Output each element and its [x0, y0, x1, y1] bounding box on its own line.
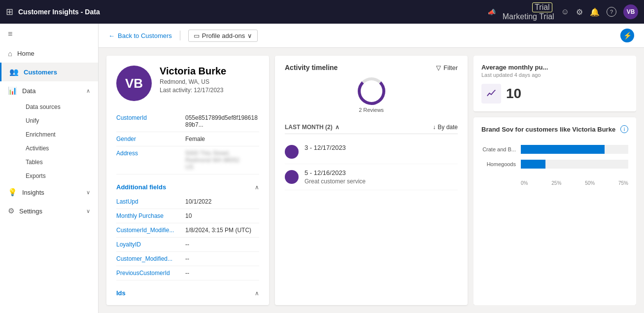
sidebar-item-data-sources[interactable]: Data sources — [20, 100, 98, 114]
field-label-address: Address — [116, 150, 180, 171]
content-area: ← Back to Customers ▭ Profile add-ons ∨ … — [99, 24, 644, 313]
whatsnew-icon[interactable]: 📣 — [488, 8, 496, 16]
field-label-customerid-modified: CustomerId_Modifie... — [116, 227, 180, 234]
field-label-gender: Gender — [116, 136, 180, 142]
field-row-loyaltyid: LoyaltyID -- — [116, 238, 259, 252]
sidebar-label-data-sources: Data sources — [26, 104, 61, 110]
field-value-gender: Female — [185, 136, 205, 142]
field-value-customerid: 055e8517899d5ef8f19861889b7... — [185, 114, 259, 128]
metric-card-subtitle: Last updated 4 days ago — [481, 72, 628, 78]
profile-addons-chevron-icon: ∨ — [247, 32, 252, 39]
metric-card-title: Average monthly pu... — [481, 64, 628, 71]
sidebar-item-activities[interactable]: Activities — [20, 141, 98, 155]
sidebar-item-insights[interactable]: 💡 Insights ∨ — [0, 183, 98, 202]
ids-collapse-icon[interactable]: ∧ — [255, 290, 259, 297]
settings-icon[interactable]: ⚙ — [576, 7, 583, 17]
metric-card: Average monthly pu... Last updated 4 day… — [474, 56, 636, 111]
back-to-customers-button[interactable]: ← Back to Customers — [108, 32, 172, 39]
filter-icon: ▽ — [436, 64, 441, 71]
trial-badge: Trial — [532, 2, 552, 12]
month-header: LAST MONTH (2) ∧ ↓ By date — [285, 121, 458, 134]
activity-dot-1 — [285, 170, 299, 184]
sidebar-label-activities: Activities — [26, 145, 49, 152]
customers-icon: 👥 — [9, 68, 19, 76]
profile-last-activity: Last activity: 12/17/2023 — [160, 87, 226, 94]
sidebar-item-home[interactable]: ⌂ Home — [0, 44, 98, 63]
activity-dot-0 — [285, 145, 299, 159]
ids-header: Ids ∧ — [116, 284, 259, 301]
filter-label: Filter — [443, 64, 458, 71]
activity-subtitle-1: Great customer service — [305, 178, 366, 185]
user-avatar[interactable]: VB — [623, 4, 638, 19]
insights-column: Average monthly pu... Last updated 4 day… — [474, 56, 636, 305]
app-grid-icon[interactable]: ⊞ — [6, 6, 13, 17]
additional-fields-title: Additional fields — [116, 183, 166, 191]
back-arrow-icon: ← — [108, 32, 115, 39]
hamburger-icon[interactable]: ≡ — [0, 24, 98, 44]
app-title: Customer Insights - Data — [18, 8, 483, 16]
sidebar-item-customers[interactable]: 👥 Customers — [0, 63, 98, 81]
additional-fields-collapse-icon[interactable]: ∧ — [255, 184, 259, 191]
activity-card: Activity timeline ▽ Filter 2 Reviews LAS… — [275, 56, 468, 305]
profile-header: VB Victoria Burke Redmond, WA, US Last a… — [116, 66, 259, 101]
sidebar-label-unify: Unify — [26, 117, 39, 124]
profile-addons-button[interactable]: ▭ Profile add-ons ∨ — [188, 30, 258, 42]
sidebar-label-enrichment: Enrichment — [26, 131, 56, 138]
profile-info: Victoria Burke Redmond, WA, US Last acti… — [160, 66, 226, 94]
help-icon[interactable]: ? — [607, 7, 616, 17]
sidebar-item-tables[interactable]: Tables — [20, 155, 98, 169]
bar-label-0: Crate and B... — [481, 146, 516, 152]
ids-title: Ids — [116, 289, 126, 297]
field-label-loyaltyid: LoyaltyID — [116, 241, 180, 248]
brand-card: Brand Sov for customers like Victoria Bu… — [474, 117, 636, 305]
activity-header: Activity timeline ▽ Filter — [285, 64, 458, 71]
field-label-lastupd: LastUpd — [116, 198, 180, 205]
field-row-customerid: CustomerId 055e8517899d5ef8f19861889b7..… — [116, 111, 259, 132]
metric-value-row: 10 — [481, 84, 628, 104]
axis-label-0: 0% — [521, 180, 528, 186]
data-sub-menu: Data sources Unify Enrichment Activities… — [0, 100, 98, 183]
field-value-customer-modified: -- — [185, 255, 189, 262]
sidebar-item-data[interactable]: 📊 Data ∧ — [0, 81, 98, 100]
month-chevron-icon[interactable]: ∧ — [335, 124, 339, 131]
sidebar-label-tables: Tables — [26, 159, 43, 166]
bell-icon[interactable]: 🔔 — [590, 7, 600, 17]
sidebar-label-home: Home — [17, 50, 34, 57]
axis-label-1: 25% — [551, 180, 561, 186]
org-name: Marketing Trial — [503, 12, 554, 21]
timeline-donut — [358, 77, 385, 105]
sort-icon: ↓ — [433, 124, 436, 131]
activity-title: Activity timeline — [285, 64, 338, 71]
sidebar-label-exports: Exports — [26, 173, 46, 179]
sort-button[interactable]: ↓ By date — [433, 124, 458, 131]
sort-label: By date — [438, 124, 458, 131]
field-row-gender: Gender Female — [116, 132, 259, 146]
smiley-icon[interactable]: ☺ — [561, 7, 569, 16]
trend-chart-icon — [486, 88, 497, 99]
activity-title-0: 3 - 12/17/2023 — [305, 144, 346, 151]
top-nav: ⊞ Customer Insights - Data 📣 Trial Marke… — [0, 0, 644, 24]
timeline-count: 2 Reviews — [359, 107, 384, 113]
metric-number: 10 — [506, 86, 521, 102]
bar-row-0: Crate and B... — [481, 145, 628, 154]
bar-fill-1 — [521, 160, 545, 169]
activity-title-1: 5 - 12/16/2023 — [305, 169, 366, 176]
sidebar-item-enrichment[interactable]: Enrichment — [20, 128, 98, 141]
nav-icons: 📣 Trial Marketing Trial ☺ ⚙ 🔔 ? VB — [488, 2, 638, 21]
insights-chevron-icon: ∨ — [86, 189, 90, 196]
field-row-customerid-modified: CustomerId_Modifie... 1/8/2024, 3:15 PM … — [116, 223, 259, 238]
settings-chevron-icon: ∨ — [86, 208, 90, 214]
sidebar-item-unify[interactable]: Unify — [20, 114, 98, 128]
sidebar-item-exports[interactable]: Exports — [20, 169, 98, 183]
home-icon: ⌂ — [8, 49, 12, 58]
sidebar-item-settings[interactable]: ⚙ Settings ∨ — [0, 202, 98, 220]
main-layout: ≡ ⌂ Home 👥 Customers 📊 Data ∧ Data sourc… — [0, 24, 644, 313]
field-value-address: 5000 This Street,Redmond WA 98052US — [185, 150, 239, 171]
field-row-lastupd: LastUpd 10/1/2022 — [116, 195, 259, 209]
sub-header: ← Back to Customers ▭ Profile add-ons ∨ … — [99, 24, 644, 48]
brand-info-icon[interactable]: i — [620, 125, 628, 133]
filter-button[interactable]: ▽ Filter — [436, 64, 458, 71]
month-label: LAST MONTH (2) ∧ — [285, 124, 339, 131]
field-value-loyaltyid: -- — [185, 241, 189, 248]
profile-location: Redmond, WA, US — [160, 78, 226, 85]
